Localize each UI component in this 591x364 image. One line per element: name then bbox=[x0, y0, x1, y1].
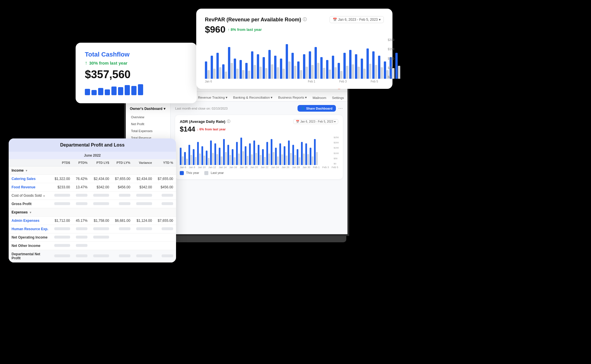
hr-skeleton-6 bbox=[162, 227, 173, 230]
nav-reports[interactable]: Business Reports ▾ bbox=[275, 94, 310, 101]
cashflow-amount: $357,560 bbox=[85, 68, 188, 81]
catering-ytd: $7,655.00 bbox=[155, 175, 176, 183]
revpar-bar-last-year bbox=[381, 67, 383, 79]
cogs-row: Cost of Goods Sold ▸ bbox=[9, 192, 176, 200]
col-header-ptd-dollar: PTD$ bbox=[51, 159, 73, 166]
adr-bar-last-year bbox=[316, 152, 318, 165]
admin-ptd-ly: $1,758.00 bbox=[90, 217, 112, 225]
sidebar-dashboard-title[interactable]: Owner's Dashboard ▾ bbox=[126, 105, 170, 112]
nav-banking[interactable]: Banking & Reconciliation ▾ bbox=[230, 94, 275, 101]
adr-bar-this-year bbox=[305, 143, 307, 165]
revpar-bar-this-year bbox=[251, 51, 253, 79]
noi-skeleton-1 bbox=[54, 236, 70, 239]
noi2-skeleton-1 bbox=[54, 244, 70, 247]
adr-x-label: Jan 12 bbox=[208, 166, 216, 169]
revpar-bar-last-year bbox=[277, 67, 279, 79]
revpar-bar-this-year bbox=[245, 63, 248, 79]
col-header-ytd: YTD % bbox=[155, 159, 176, 166]
noi-skeleton-3 bbox=[93, 236, 109, 239]
revpar-x-labels: Jan 6Feb 1Feb 3Feb 5 bbox=[205, 80, 384, 83]
net-other-label: Net Other Income bbox=[9, 242, 51, 250]
adr-bar-this-year bbox=[258, 145, 259, 165]
dnp-skeleton-6 bbox=[162, 254, 173, 257]
adr-bar-this-year bbox=[219, 148, 220, 165]
adr-bar-this-year bbox=[275, 148, 277, 165]
adr-x-label: Feb 1 bbox=[313, 166, 319, 169]
sidebar-item-total-expenses[interactable]: Total Expenses bbox=[126, 127, 170, 134]
income-label: Income ▾ bbox=[9, 166, 51, 175]
adr-bar-this-year bbox=[184, 152, 186, 165]
revpar-bar-this-year bbox=[297, 61, 300, 79]
cashflow-badge: ↑ 30% from last year bbox=[85, 60, 188, 66]
income-section-row: Income ▾ bbox=[9, 166, 176, 175]
adr-bar-last-year bbox=[290, 153, 292, 165]
adr-bar-this-year bbox=[232, 149, 233, 165]
gp-skeleton-5 bbox=[136, 202, 152, 205]
adr-amount: $144 ↓ 6% from last year bbox=[180, 125, 338, 133]
revpar-bar-last-year bbox=[219, 67, 221, 79]
cashflow-bar-chart bbox=[85, 84, 188, 95]
this-year-legend-dot bbox=[180, 171, 184, 175]
dnp-skeleton-2 bbox=[76, 254, 87, 257]
last-close-text: Last month-end close on: 02/10/2023 bbox=[175, 107, 228, 110]
adr-bar-this-year bbox=[245, 146, 246, 165]
dnp-skeleton-5 bbox=[136, 254, 152, 257]
revpar-bar-this-year bbox=[338, 63, 340, 79]
share-dashboard-button[interactable]: 👤 Share Dashboard bbox=[298, 105, 336, 112]
adr-date-range[interactable]: 📅 Jan 6, 2023 - Feb 5, 2023 ▾ bbox=[293, 119, 338, 124]
nav-mailroom[interactable]: Mailroom bbox=[310, 94, 329, 101]
adr-bar-this-year bbox=[292, 145, 294, 165]
adr-bar-this-year bbox=[240, 138, 242, 165]
catering-sales-label[interactable]: Catering Sales bbox=[9, 175, 51, 183]
revpar-bar-last-year bbox=[340, 71, 343, 79]
revpar-bar-last-year bbox=[283, 69, 285, 79]
adr-bar-last-year bbox=[251, 154, 253, 165]
nav-revenue[interactable]: Revenue Tracking ▾ bbox=[195, 94, 230, 101]
revpar-bar-this-year bbox=[222, 64, 225, 79]
info-icon[interactable]: ⓘ bbox=[303, 17, 307, 22]
adr-header: ADR (Average Daily Rate) ⓘ 📅 Jan 6, 2023… bbox=[180, 119, 338, 124]
adr-bar-last-year bbox=[195, 157, 197, 165]
food-variance: $342.00 bbox=[133, 183, 155, 192]
noi-skeleton-2 bbox=[76, 236, 87, 239]
pl-card: Departmental Profit and Loss June 2022 P… bbox=[9, 138, 176, 262]
revpar-bar-this-year bbox=[240, 60, 242, 79]
cashflow-card: Total Cashflow ↑ 30% from last year $357… bbox=[76, 43, 197, 103]
gross-profit-row: Gross Profit bbox=[9, 200, 176, 208]
col-header-ptd-pct: PTD% bbox=[73, 159, 91, 166]
sidebar-item-net-profit[interactable]: Net Profit bbox=[126, 121, 170, 127]
cogs-skeleton-6 bbox=[162, 194, 173, 197]
adr-bar-this-year bbox=[193, 149, 194, 165]
adr-x-label: Jan 6 bbox=[180, 166, 186, 169]
revpar-bar-last-year bbox=[375, 65, 377, 79]
revpar-bar-last-year bbox=[363, 69, 366, 79]
admin-expenses-label[interactable]: Admin Expenses bbox=[9, 217, 51, 225]
revpar-header: RevPAR (Revenue per Available Room) ⓘ 📅 … bbox=[205, 16, 384, 23]
adr-bar-this-year bbox=[249, 143, 251, 165]
adr-bar-last-year bbox=[186, 159, 188, 165]
more-options-icon[interactable]: ⋯ bbox=[338, 106, 343, 111]
col-header-ptd-ly: PTD LY$ bbox=[90, 159, 112, 166]
expenses-section-row: Expenses ▾ bbox=[9, 208, 176, 217]
adr-bar-this-year bbox=[210, 140, 212, 165]
adr-bar-last-year bbox=[203, 155, 205, 165]
revpar-bar-last-year bbox=[207, 70, 210, 79]
adr-bar-last-year bbox=[303, 153, 305, 165]
pl-table: PTD$ PTD% PTD LY$ PTD LY% Variance YTD %… bbox=[9, 159, 176, 262]
revpar-bar-this-year bbox=[332, 56, 334, 79]
adr-bar-last-year bbox=[273, 152, 274, 165]
nav-settings[interactable]: Settings bbox=[329, 94, 347, 101]
sidebar-item-overview[interactable]: Overview bbox=[126, 114, 170, 121]
revpar-bar-last-year bbox=[346, 66, 348, 79]
food-revenue-label[interactable]: Food Revenue bbox=[9, 183, 51, 192]
adr-bar-this-year bbox=[214, 143, 216, 165]
revpar-date-range[interactable]: 📅 Jan 6, 2023 - Feb 5, 2023 ▾ bbox=[330, 16, 384, 23]
pl-period: June 2022 bbox=[9, 152, 176, 159]
gross-profit-label: Gross Profit bbox=[9, 200, 51, 208]
adr-bar-last-year bbox=[312, 156, 313, 165]
hr-expenses-label[interactable]: Human Resource Exp. bbox=[9, 225, 51, 233]
cogs-skeleton-2 bbox=[76, 194, 87, 197]
info-icon[interactable]: ⓘ bbox=[227, 119, 230, 124]
main-toprow: Last month-end close on: 02/10/2023 👤 Sh… bbox=[175, 105, 343, 112]
cashflow-bar bbox=[91, 90, 97, 95]
